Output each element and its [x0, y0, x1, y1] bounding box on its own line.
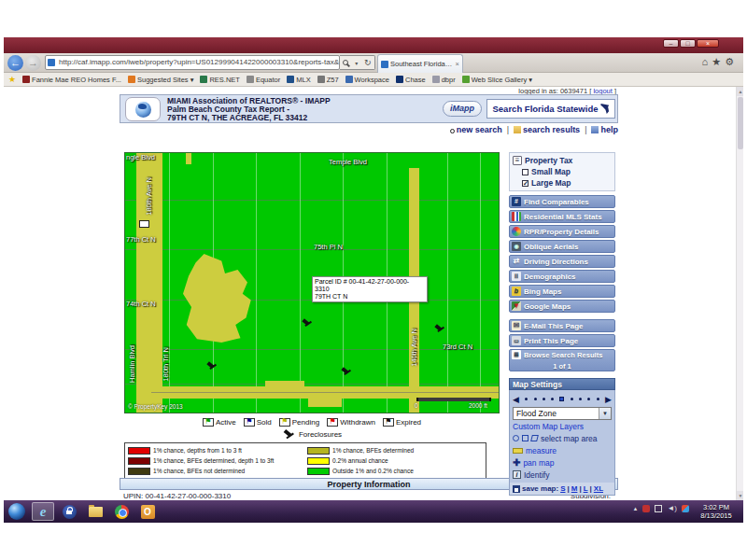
- imapp-button[interactable]: iMapp: [443, 101, 482, 117]
- large-map-checkbox[interactable]: ✓: [522, 180, 529, 187]
- favorites-star-icon[interactable]: ★: [712, 56, 725, 67]
- taskbar-explorer-icon[interactable]: [84, 502, 106, 521]
- search-statewide-button[interactable]: Search Florida Statewide: [486, 99, 615, 119]
- zoom-out-icon[interactable]: ◀: [513, 395, 519, 404]
- favorite-item[interactable]: MLX: [287, 76, 310, 84]
- select-dropdown-icon[interactable]: ▼: [599, 408, 611, 419]
- sidebar-item-browse-results[interactable]: ≣ Browse Search Results 1 of 1: [509, 349, 615, 371]
- page-scrollbar[interactable]: ▲ ▼: [736, 87, 743, 500]
- scroll-up-icon[interactable]: ▲: [737, 87, 743, 96]
- small-map-checkbox[interactable]: [522, 169, 529, 175]
- favorite-item[interactable]: Suggested Sites ▾: [128, 76, 193, 84]
- sidebar-item-bing-maps[interactable]: bBing Maps: [509, 285, 615, 298]
- small-map-option[interactable]: Small Map: [513, 166, 614, 177]
- favorite-item[interactable]: RES.NET: [200, 76, 240, 84]
- favorite-item[interactable]: dbpr: [432, 76, 456, 84]
- zoom-step[interactable]: [597, 398, 599, 400]
- save-size-l[interactable]: L: [584, 484, 588, 493]
- sidebar-item-find-comparables[interactable]: #Find Comparables: [509, 195, 615, 208]
- save-map-label: save map:: [522, 484, 558, 493]
- select-map-area-row[interactable]: select map area: [513, 432, 612, 444]
- tray-expand-icon[interactable]: ▲: [632, 506, 638, 511]
- zoom-step[interactable]: [579, 398, 582, 400]
- sidebar-item-print-page[interactable]: ▭Print This Page: [509, 334, 615, 347]
- forward-button[interactable]: →: [25, 55, 41, 71]
- taskbar-clock[interactable]: 3:02 PM 8/13/2015: [693, 503, 740, 520]
- large-map-option[interactable]: ✓ Large Map: [513, 177, 614, 189]
- maximize-button[interactable]: □: [680, 39, 696, 48]
- zoom-step[interactable]: [587, 398, 590, 400]
- save-size-xl[interactable]: XL: [594, 484, 603, 493]
- sidebar-item-oblique-aerials[interactable]: ◉Oblique Aerials: [509, 240, 615, 253]
- foreclosure-gavel-icon[interactable]: [301, 317, 313, 329]
- pan-map-tool[interactable]: ✚ pan map: [513, 456, 612, 469]
- address-bar[interactable]: http://caf.imapp.com/iweb/property?upin=…: [45, 55, 340, 70]
- sidebar-item-property-tax[interactable]: ≡ Property Tax: [513, 155, 614, 166]
- back-button[interactable]: ←: [7, 55, 23, 71]
- tray-windows-flag-icon[interactable]: [682, 505, 689, 512]
- close-button[interactable]: ×: [697, 39, 719, 48]
- tab-close-icon[interactable]: ×: [456, 60, 459, 68]
- tray-antivirus-icon[interactable]: [642, 505, 650, 512]
- map-gridline: [125, 249, 500, 250]
- tray-volume-icon[interactable]: ◄): [667, 504, 677, 512]
- sidebar-item-driving-directions[interactable]: ⇄Driving Directions: [509, 255, 615, 268]
- start-button[interactable]: [8, 503, 25, 520]
- zoom-step[interactable]: [525, 398, 528, 400]
- report-header: MIAMI Association of REALTORS® - IMAPP P…: [120, 94, 618, 123]
- taskbar-lock-app-icon[interactable]: [58, 502, 80, 521]
- browser-tab[interactable]: Southeast Florida MLS - Pal... ×: [377, 54, 463, 73]
- rectangle-select-icon[interactable]: [522, 435, 529, 441]
- address-bar-tools: ▾ ↻: [340, 55, 375, 70]
- search-results-link[interactable]: search results: [523, 125, 580, 134]
- favorite-item[interactable]: Fannie Mae REO Homes F...: [22, 76, 121, 84]
- sidebar-item-demographics[interactable]: iiDemographics: [509, 270, 615, 283]
- new-search-link[interactable]: new search: [457, 125, 502, 134]
- flood-zone-map[interactable]: ngle Blvd Temple Blvd 180th Ave N 77th C…: [124, 152, 500, 413]
- tray-network-icon[interactable]: [655, 505, 662, 512]
- flood-zone-select[interactable]: Flood Zone ▼: [513, 407, 612, 420]
- favorite-item[interactable]: Web Slice Gallery ▾: [462, 76, 532, 84]
- measure-tool[interactable]: measure: [513, 444, 612, 456]
- favorite-label: Z57: [327, 76, 339, 84]
- chevron-down-icon[interactable]: ▾: [355, 60, 358, 66]
- taskbar-ie-icon[interactable]: e: [32, 502, 54, 521]
- sidebar-item-email-page[interactable]: ✉E-Mail This Page: [509, 319, 615, 332]
- refresh-icon[interactable]: ↻: [364, 58, 372, 67]
- circle-select-icon[interactable]: [513, 435, 519, 441]
- sidebar-item-rpr-details[interactable]: RPR/Property Details: [509, 225, 615, 238]
- minimize-button[interactable]: –: [663, 39, 679, 48]
- camera-icon: ◉: [512, 242, 521, 251]
- foreclosure-gavel-icon[interactable]: [205, 360, 218, 372]
- favorite-item[interactable]: Z57: [317, 76, 339, 84]
- scroll-down-icon[interactable]: ▼: [737, 491, 743, 500]
- save-size-s[interactable]: S: [560, 484, 565, 493]
- scrollbar-thumb[interactable]: [738, 97, 743, 149]
- save-size-m[interactable]: M: [571, 484, 578, 493]
- taskbar-chrome-icon[interactable]: [110, 502, 133, 521]
- zoom-step[interactable]: [571, 398, 573, 400]
- zoom-slider[interactable]: ◀ ▶: [513, 393, 612, 405]
- zoom-step[interactable]: [534, 398, 537, 400]
- zoom-in-icon[interactable]: ▶: [605, 395, 612, 404]
- add-favorite-star-icon[interactable]: ★: [8, 75, 16, 84]
- custom-map-layers-link[interactable]: Custom Map Layers: [513, 422, 612, 432]
- help-link[interactable]: help: [600, 125, 618, 134]
- sidebar-item-google-maps[interactable]: ▼Google Maps: [509, 300, 615, 313]
- taskbar-outlook-icon[interactable]: O: [136, 502, 159, 521]
- sidebar-item-mls-stats[interactable]: Residential MLS Stats: [509, 210, 615, 223]
- zoom-current-level[interactable]: [559, 397, 564, 401]
- parcel-tooltip: Parcel ID # 00-41-42-27-00-000- 3310 79T…: [312, 276, 428, 302]
- zoom-step[interactable]: [543, 398, 545, 400]
- foreclosure-gavel-icon[interactable]: [340, 366, 352, 378]
- home-icon[interactable]: ⌂: [702, 56, 712, 67]
- settings-gear-icon[interactable]: ⚙: [725, 56, 738, 67]
- identify-tool[interactable]: i Identify: [513, 469, 612, 481]
- foreclosure-gavel-icon[interactable]: [433, 323, 445, 335]
- favorite-item[interactable]: Chase: [396, 76, 426, 84]
- zoom-step[interactable]: [551, 398, 554, 400]
- favorite-item[interactable]: Workspace: [345, 76, 389, 84]
- favorite-item[interactable]: Equator: [247, 76, 280, 84]
- polygon-select-icon[interactable]: [530, 435, 539, 441]
- search-icon[interactable]: [343, 60, 348, 65]
